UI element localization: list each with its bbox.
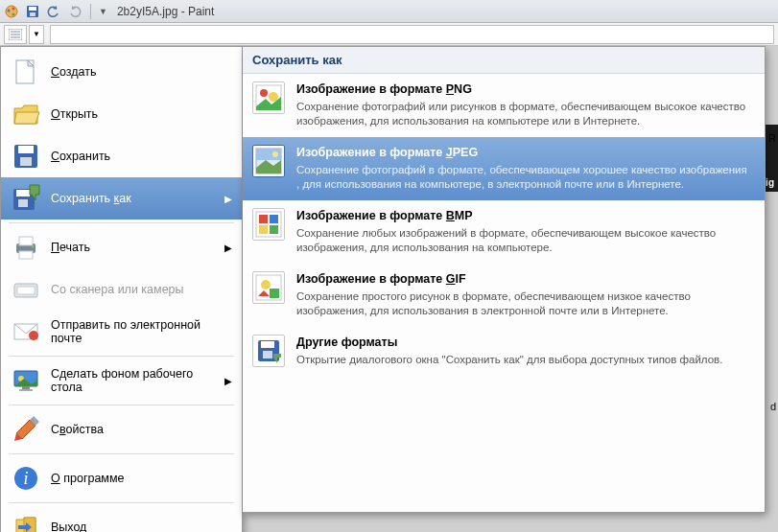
saveas-option-title: Изображение в формате BMP (296, 208, 753, 224)
qat-customize-dropdown[interactable]: ▼ (97, 7, 109, 16)
file-tab-dropdown[interactable]: ▼ (29, 25, 44, 44)
open-icon (11, 99, 41, 129)
undo-button[interactable] (44, 2, 63, 21)
right-marker-d: d (770, 401, 776, 412)
submenu-arrow-icon: ▶ (224, 376, 232, 386)
svg-rect-43 (270, 225, 278, 234)
submenu-arrow-icon: ▶ (224, 194, 232, 204)
about-icon: i (11, 463, 41, 494)
mail-icon (11, 316, 41, 347)
menu-item-mail[interactable]: Отправить по электронной почте (1, 311, 242, 353)
svg-point-35 (269, 92, 278, 102)
svg-point-34 (260, 89, 268, 97)
svg-rect-20 (19, 251, 33, 259)
quick-access-toolbar: ▼ (23, 2, 109, 21)
svg-rect-49 (263, 351, 272, 359)
menu-item-label: Свойства (51, 423, 232, 436)
titlebar: ▼ 2b2yI5A.jpg - Paint (0, 0, 778, 23)
menu-separator (9, 222, 234, 223)
other-format-icon (252, 335, 285, 367)
saveas-option-gif[interactable]: Изображение в формате GIF Сохранение про… (243, 264, 765, 327)
save-button[interactable] (23, 2, 42, 21)
file-menu[interactable]: Создать Открыть Сохранить Сохранить как … (0, 46, 243, 532)
menu-item-exit[interactable]: Выход (1, 506, 242, 532)
svg-point-1 (8, 9, 11, 12)
menu-item-label: Сохранить как (51, 192, 221, 205)
menu-separator (9, 405, 234, 405)
menu-item-desktop[interactable]: Сделать фоном рабочего стола ▶ (1, 359, 242, 402)
svg-rect-46 (270, 289, 279, 298)
svg-rect-16 (16, 190, 30, 197)
submenu-arrow-icon: ▶ (224, 243, 232, 253)
saveas-option-desc: Сохранение любых изображений в формате, … (296, 226, 753, 256)
svg-point-38 (272, 151, 278, 157)
menu-separator (9, 453, 234, 454)
svg-point-25 (29, 331, 38, 340)
svg-rect-41 (270, 215, 278, 223)
svg-rect-28 (22, 386, 30, 389)
svg-rect-19 (19, 237, 33, 245)
exit-icon (11, 512, 41, 532)
saveas-option-desc: Сохранение простого рисунок в формате, о… (296, 289, 753, 319)
window-title: 2b2yI5A.jpg - Paint (117, 5, 214, 18)
menu-item-label: Открыть (51, 107, 232, 121)
saveas-option-jpeg[interactable]: Изображение в формате JPEG Сохранение фо… (243, 137, 765, 200)
menu-item-label: Печать (51, 241, 221, 254)
save-icon (11, 141, 41, 172)
menu-item-label: Со сканера или камеры (51, 283, 232, 296)
file-tab-button[interactable] (4, 25, 27, 44)
menu-item-label: Отправить по электронной почте (51, 318, 232, 345)
menu-item-about[interactable]: i О программе (1, 457, 242, 499)
menu-item-label: О программе (51, 472, 232, 485)
menu-item-saveas[interactable]: Сохранить как ▶ (1, 177, 242, 220)
saveas-option-title: Изображение в формате JPEG (296, 145, 753, 161)
save-as-submenu[interactable]: Сохранить как Изображение в формате PNG … (243, 46, 766, 513)
menu-item-scanner: Со сканера или камеры (1, 268, 242, 311)
menu-separator (9, 502, 234, 503)
svg-rect-8 (11, 31, 20, 33)
submenu-header: Сохранить как (243, 47, 765, 74)
jpeg-format-icon (252, 145, 285, 177)
menu-item-print[interactable]: Печать ▶ (1, 226, 242, 268)
svg-rect-29 (19, 389, 33, 391)
saveas-option-png[interactable]: Изображение в формате PNG Сохранение фот… (243, 74, 765, 137)
props-icon (11, 414, 41, 445)
svg-rect-13 (18, 146, 34, 153)
menu-item-props[interactable]: Свойства (1, 408, 242, 451)
ribbon-collapsed-row: ▼ (0, 23, 778, 46)
saveas-option-other[interactable]: Другие форматы Открытие диалогового окна… (243, 327, 765, 375)
svg-rect-9 (11, 34, 20, 35)
svg-point-45 (261, 280, 271, 289)
svg-rect-17 (18, 199, 28, 207)
svg-point-0 (6, 6, 17, 17)
menu-item-open[interactable]: Открыть (1, 93, 242, 135)
menu-item-save[interactable]: Сохранить (1, 135, 242, 177)
svg-rect-23 (17, 287, 35, 294)
gif-format-icon (252, 271, 285, 304)
new-icon (11, 57, 41, 87)
menu-item-new[interactable]: Создать (1, 51, 242, 93)
saveas-option-title: Изображение в формате PNG (296, 81, 753, 98)
app-icon (4, 4, 19, 19)
svg-text:i: i (23, 469, 28, 488)
png-format-icon (252, 81, 285, 114)
qat-separator (90, 4, 91, 19)
menu-item-label: Сохранить (51, 150, 232, 163)
saveas-option-title: Изображение в формате GIF (296, 271, 753, 288)
svg-point-2 (12, 7, 15, 10)
saveas-option-desc: Сохранение фотографий или рисунков в фор… (296, 100, 753, 129)
svg-point-21 (32, 245, 35, 248)
saveas-option-desc: Сохранение фотографий в формате, обеспеч… (296, 163, 753, 193)
svg-point-3 (12, 12, 15, 15)
desktop-icon (11, 365, 41, 396)
menu-separator (9, 356, 234, 357)
scanner-icon (11, 274, 41, 305)
saveas-option-desc: Открытие диалогового окна "Сохранить как… (296, 353, 753, 368)
svg-rect-6 (30, 12, 35, 16)
svg-rect-10 (11, 36, 20, 38)
menu-item-label: Выход (51, 520, 232, 532)
saveas-option-bmp[interactable]: Изображение в формате BMP Сохранение люб… (243, 200, 765, 264)
redo-button[interactable] (65, 2, 84, 21)
svg-rect-5 (29, 7, 36, 11)
svg-rect-14 (20, 157, 32, 166)
